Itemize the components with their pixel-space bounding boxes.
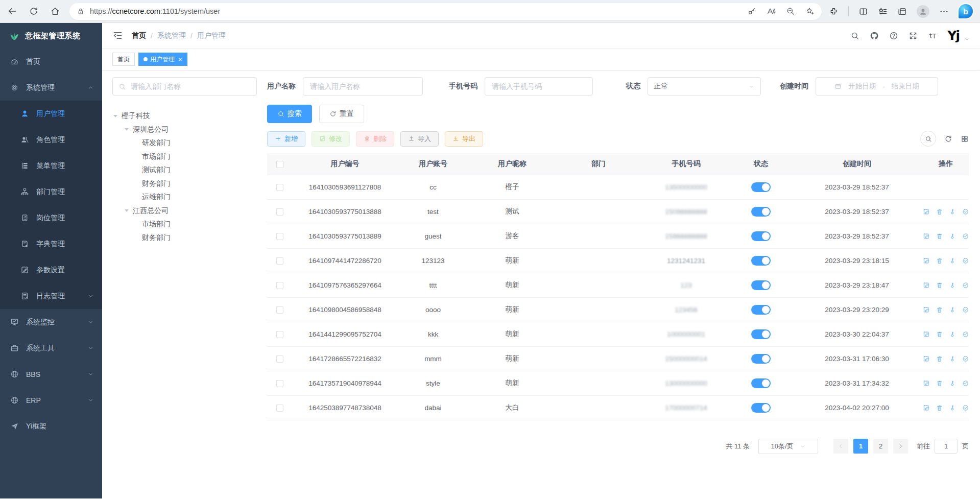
refresh-table-button[interactable]	[944, 135, 952, 143]
browser-home-icon[interactable]	[50, 6, 60, 16]
delete-row-icon[interactable]	[936, 232, 943, 240]
sidebar-item-roles[interactable]: 角色管理	[0, 127, 102, 153]
tree-node-dept[interactable]: 市场部门	[112, 218, 257, 231]
status-toggle[interactable]	[751, 182, 771, 192]
row-checkbox[interactable]	[276, 405, 283, 412]
sidebar-item-menus[interactable]: 菜单管理	[0, 153, 102, 179]
reset-password-icon[interactable]	[949, 379, 956, 387]
show-search-button[interactable]	[920, 131, 936, 147]
reset-password-icon[interactable]	[949, 281, 956, 289]
reset-password-icon[interactable]	[949, 306, 956, 314]
department-search-box[interactable]	[112, 77, 257, 96]
column-settings-button[interactable]	[961, 135, 969, 143]
extensions-icon[interactable]	[829, 7, 839, 16]
department-search-input[interactable]	[131, 82, 251, 90]
row-checkbox[interactable]	[276, 257, 283, 265]
status-toggle[interactable]	[751, 378, 771, 388]
page-button-2[interactable]: 2	[873, 439, 888, 454]
assign-role-icon[interactable]	[962, 281, 969, 289]
fullscreen-icon[interactable]	[909, 31, 918, 40]
help-icon[interactable]	[889, 31, 898, 40]
reset-password-icon[interactable]	[949, 404, 956, 412]
status-toggle[interactable]	[751, 403, 771, 413]
bing-chat-icon[interactable]: b	[959, 4, 973, 18]
add-button[interactable]: 新增	[267, 131, 305, 147]
delete-row-icon[interactable]	[936, 379, 943, 387]
row-checkbox[interactable]	[276, 184, 283, 191]
row-checkbox[interactable]	[276, 306, 283, 314]
sidebar-item-tools[interactable]: 系统工具	[0, 335, 102, 361]
expand-arrow-icon[interactable]	[125, 209, 129, 212]
read-aloud-icon[interactable]	[767, 7, 776, 16]
font-size-icon[interactable]	[928, 31, 937, 40]
username-input[interactable]	[303, 77, 423, 96]
sidebar-item-home[interactable]: 首页	[0, 49, 102, 75]
delete-row-icon[interactable]	[936, 257, 943, 265]
tab-home[interactable]: 首页	[112, 53, 135, 66]
expand-arrow-icon[interactable]	[125, 128, 129, 131]
status-toggle[interactable]	[751, 329, 771, 339]
edit-row-icon[interactable]	[923, 379, 930, 387]
tree-node-company[interactable]: 橙子科技	[112, 109, 257, 123]
sidebar-item-logs[interactable]: 日志管理	[0, 283, 102, 309]
reset-password-icon[interactable]	[949, 330, 956, 338]
sidebar-item-yiframe[interactable]: Yi框架	[0, 413, 102, 439]
expand-arrow-icon[interactable]	[113, 115, 117, 117]
row-checkbox[interactable]	[276, 208, 283, 216]
status-toggle[interactable]	[751, 354, 771, 364]
delete-button[interactable]: 删除	[356, 131, 394, 147]
reset-password-icon[interactable]	[949, 257, 956, 265]
lock-icon[interactable]	[77, 7, 85, 15]
add-favorite-icon[interactable]	[805, 7, 815, 16]
import-button[interactable]: 导入	[400, 131, 439, 147]
close-tab-icon[interactable]: ×	[178, 56, 182, 63]
delete-row-icon[interactable]	[936, 208, 943, 216]
edit-row-icon[interactable]	[923, 232, 930, 240]
tree-node-dept[interactable]: 财务部门	[112, 177, 257, 191]
browser-more-icon[interactable]	[939, 7, 949, 16]
reset-password-icon[interactable]	[949, 208, 956, 216]
reset-button[interactable]: 重置	[319, 105, 364, 123]
sidebar-item-parameters[interactable]: 参数设置	[0, 257, 102, 283]
browser-profile-avatar[interactable]	[917, 5, 929, 18]
sidebar-item-erp[interactable]: ERP	[0, 387, 102, 413]
page-button-1[interactable]: 1	[853, 439, 868, 454]
tab-user-management[interactable]: 用户管理 ×	[138, 53, 187, 66]
edit-row-icon[interactable]	[923, 404, 930, 412]
status-toggle[interactable]	[751, 231, 771, 241]
caret-down-icon[interactable]	[964, 36, 970, 42]
status-toggle[interactable]	[751, 256, 771, 266]
select-all-checkbox[interactable]	[276, 161, 283, 168]
breadcrumb-home[interactable]: 首页	[132, 31, 146, 40]
assign-role-icon[interactable]	[962, 404, 969, 412]
delete-row-icon[interactable]	[936, 306, 943, 314]
tree-node-dept[interactable]: 研发部门	[112, 136, 257, 150]
search-button[interactable]: 搜索	[267, 105, 312, 123]
date-range-picker[interactable]: 开始日期 - 结束日期	[816, 77, 938, 96]
phone-input[interactable]	[485, 77, 593, 96]
reset-password-icon[interactable]	[949, 232, 956, 240]
github-icon[interactable]	[870, 31, 879, 40]
edit-row-icon[interactable]	[923, 208, 930, 216]
row-checkbox[interactable]	[276, 331, 283, 338]
password-key-icon[interactable]	[747, 7, 756, 16]
status-toggle[interactable]	[751, 280, 771, 290]
sidebar-item-monitor[interactable]: 系统监控	[0, 309, 102, 335]
page-size-select[interactable]: 10条/页	[758, 439, 818, 454]
sidebar-item-system[interactable]: 系统管理	[0, 75, 102, 101]
collapse-sidebar-icon[interactable]	[112, 30, 123, 41]
tree-node-branch[interactable]: 江西总公司	[112, 204, 257, 218]
breadcrumb-system[interactable]: 系统管理	[157, 31, 186, 40]
assign-role-icon[interactable]	[962, 257, 969, 265]
next-page-button[interactable]	[893, 439, 908, 454]
sidebar-item-dictionary[interactable]: 字典管理	[0, 231, 102, 257]
tree-node-dept[interactable]: 市场部门	[112, 150, 257, 164]
sidebar-item-users[interactable]: 用户管理	[0, 101, 102, 127]
delete-row-icon[interactable]	[936, 330, 943, 338]
assign-role-icon[interactable]	[962, 208, 969, 216]
tree-node-branch[interactable]: 深圳总公司	[112, 123, 257, 137]
export-button[interactable]: 导出	[445, 131, 483, 147]
address-bar[interactable]: https://ccnetcore.com:1101/system/user	[69, 3, 822, 20]
tree-node-dept[interactable]: 测试部门	[112, 163, 257, 177]
delete-row-icon[interactable]	[936, 281, 943, 289]
